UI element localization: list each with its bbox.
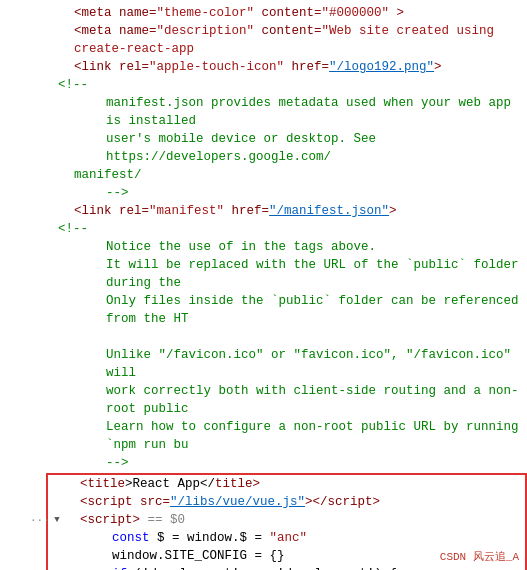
line-content: window.SITE_CONFIG = {} <box>64 547 285 565</box>
code-line: const $ = window.$ = "anc" <box>48 529 525 547</box>
line-content: --> <box>58 454 129 472</box>
watermark: CSDN 风云追_A <box>440 549 519 564</box>
line-content: manifest.json provides metadata used whe… <box>58 94 527 130</box>
line-content: <link rel="apple-touch-icon" href="/logo… <box>58 58 442 76</box>
line-content: Learn how to configure a non-root public… <box>58 418 527 454</box>
code-line: <script src="/libs/vue/vue.js"></script> <box>48 493 525 511</box>
line-content: <script> == $0 <box>64 511 185 529</box>
line-content: <script src="/libs/vue/vue.js"></script> <box>64 493 380 511</box>
line-content: --> <box>58 184 129 202</box>
code-line: if ('development' === 'development') { <box>48 565 525 570</box>
line-content: if ('development' === 'development') { <box>64 565 397 570</box>
line-content: Notice the use of in the tags above. <box>58 238 376 256</box>
line-content: work correctly both with client-side rou… <box>58 382 527 418</box>
code-container: <meta name="theme-color" content="#00000… <box>0 0 527 570</box>
line-content: <!-- <box>58 220 88 238</box>
line-content: Unlike "/favicon.ico" or "favicon.ico", … <box>58 346 527 382</box>
line-arrow[interactable]: ▼ <box>50 511 64 529</box>
line-content: const $ = window.$ = "anc" <box>64 529 307 547</box>
line-content: <meta name="theme-color" content="#00000… <box>58 4 404 22</box>
line-content: manifest/ <box>58 166 142 184</box>
editor-area: <meta name="theme-color" content="#00000… <box>0 0 527 570</box>
line-content: user's mobile device or desktop. See htt… <box>58 130 527 166</box>
line-content: It will be replaced with the URL of the … <box>58 256 527 292</box>
line-content: <title>React App</title> <box>64 475 260 493</box>
line-content: Only files inside the `public` folder ca… <box>58 292 527 328</box>
line-content: <!-- <box>58 76 88 94</box>
code-line: ···▼<script> == $0 <box>48 511 525 529</box>
code-line: <title>React App</title> <box>48 475 525 493</box>
line-content: <link rel="manifest" href="/manifest.jso… <box>58 202 397 220</box>
line-content: <meta name="description" content="Web si… <box>58 22 527 58</box>
